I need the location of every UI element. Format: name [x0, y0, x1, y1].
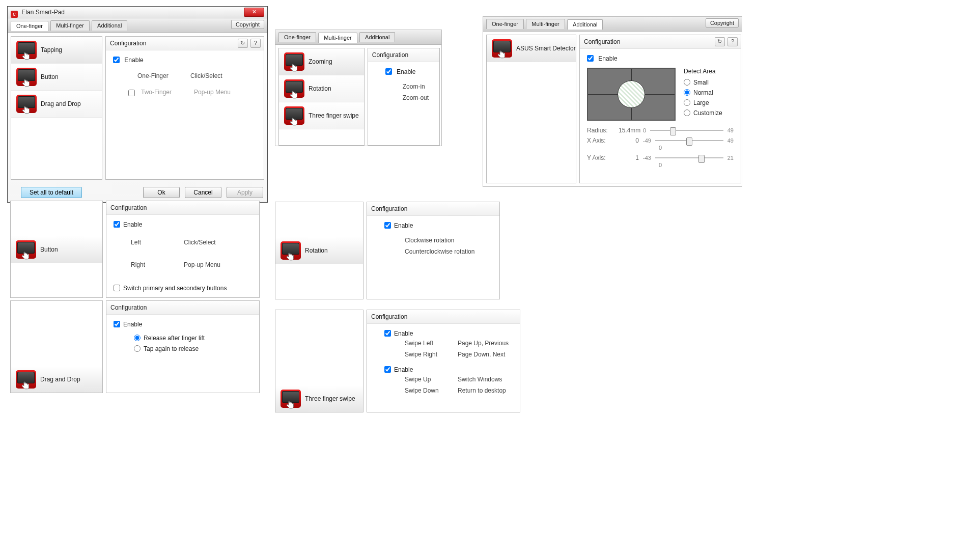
list-item-label: Three finger swipe	[309, 112, 359, 119]
radio-normal[interactable]: Normal	[684, 88, 722, 97]
detect-area-title: Detect Area	[684, 68, 722, 75]
enable-checkbox[interactable]: Enable	[113, 57, 144, 64]
config-row: One-Finger Click/Select	[113, 70, 257, 81]
list-item-label: Zooming	[309, 58, 332, 65]
config-row: Two-Finger Pop-up Menu	[113, 87, 257, 99]
copyright-button[interactable]: Copyright	[706, 18, 739, 27]
list-item-zooming[interactable]: Zooming	[279, 48, 364, 75]
tabstrip: One-finger Multi-finger Additional Copyr…	[8, 18, 267, 33]
reload-icon[interactable]: ↻	[238, 39, 248, 48]
tab-one-finger[interactable]: One-finger	[486, 19, 524, 29]
two-finger-checkbox[interactable]	[128, 90, 135, 96]
touchpad-icon	[284, 106, 304, 125]
ok-button[interactable]: Ok	[143, 187, 180, 198]
touchpad-icon	[284, 52, 304, 71]
yaxis-slider[interactable]: Y Axis: 1 -43 21	[587, 154, 734, 161]
tab-additional[interactable]: Additional	[567, 19, 603, 30]
rotation-config-panel: Rotation Configuration Enable Clockwise …	[275, 202, 500, 219]
close-icon[interactable]	[244, 8, 264, 17]
list-item-tapping[interactable]: Tapping	[11, 37, 102, 64]
list-item-dragdrop[interactable]: Drag and Drop	[11, 91, 102, 118]
list-item-button[interactable]: Button	[11, 64, 102, 91]
copyright-button[interactable]: Copyright	[231, 20, 264, 29]
touchpad-icon	[492, 39, 512, 58]
main-window: e Elan Smart-Pad One-finger Multi-finger…	[7, 6, 268, 203]
radio-customize[interactable]: Customize	[684, 108, 722, 117]
reload-icon[interactable]: ↻	[715, 37, 725, 46]
config-row: Zoom-in	[375, 81, 432, 92]
config-title: Configuration	[371, 205, 407, 212]
help-icon[interactable]: ?	[727, 37, 738, 46]
list-item-label: ASUS Smart Detector	[516, 45, 576, 52]
config-title: Configuration	[584, 38, 620, 45]
touchpad-icon	[284, 79, 304, 98]
list-item-label: Button	[41, 73, 59, 80]
window-title: Elan Smart-Pad	[21, 9, 65, 16]
tab-additional[interactable]: Additional	[359, 32, 395, 42]
tab-additional[interactable]: Additional	[92, 20, 127, 31]
radius-slider[interactable]: Radius: 15.4mm 0 49	[587, 127, 734, 134]
xaxis-slider[interactable]: X Axis: 0 -49 49	[587, 137, 734, 144]
config-row: Zoom-out	[375, 92, 432, 103]
button-config-panel: Button Configuration Enable LeftClick/Se…	[10, 201, 260, 219]
set-default-button[interactable]: Set all to default	[21, 187, 82, 198]
config-title: Configuration	[372, 51, 408, 59]
enable-checkbox[interactable]: Enable	[375, 67, 432, 76]
tab-multi-finger[interactable]: Multi-finger	[50, 20, 89, 31]
list-item-label: Drag and Drop	[41, 100, 81, 107]
config-title: Configuration	[110, 40, 146, 47]
tab-multi-finger[interactable]: Multi-finger	[318, 33, 357, 43]
tab-one-finger[interactable]: One-finger	[278, 32, 316, 42]
config-title: Configuration	[110, 204, 147, 211]
detect-area-preview	[587, 68, 676, 121]
list-item-threeswipe[interactable]: Three finger swipe	[279, 102, 364, 129]
button-bar: Set all to default Ok Cancel Apply	[8, 183, 267, 202]
radio-large[interactable]: Large	[684, 98, 722, 107]
touchpad-icon	[16, 41, 37, 59]
tab-one-finger[interactable]: One-finger	[11, 21, 48, 31]
app-icon: e	[11, 11, 18, 18]
apply-button[interactable]: Apply	[227, 187, 263, 198]
tab-multi-finger[interactable]: Multi-finger	[526, 19, 565, 29]
list-item-smartdetector[interactable]: ASUS Smart Detector	[487, 35, 576, 62]
radio-small[interactable]: Small	[684, 78, 722, 87]
list-item-label: Tapping	[41, 46, 62, 53]
additional-window: One-finger Multi-finger Additional Copyr…	[483, 16, 742, 187]
list-item-rotation[interactable]: Rotation	[279, 75, 364, 102]
enable-checkbox[interactable]: Enable	[587, 55, 618, 62]
touchpad-icon	[16, 68, 37, 86]
feature-list: Tapping Button Drag and Drop	[11, 36, 102, 180]
titlebar: e Elan Smart-Pad	[8, 7, 267, 18]
help-icon[interactable]: ?	[250, 39, 261, 48]
configuration-panel: Configuration ↻ ? Enable One-Finger Clic…	[105, 36, 264, 180]
multifinger-window: One-finger Multi-finger Additional Zoomi…	[275, 30, 442, 146]
cancel-button[interactable]: Cancel	[185, 187, 221, 198]
list-item-label: Rotation	[309, 85, 331, 92]
touchpad-icon	[16, 95, 37, 113]
